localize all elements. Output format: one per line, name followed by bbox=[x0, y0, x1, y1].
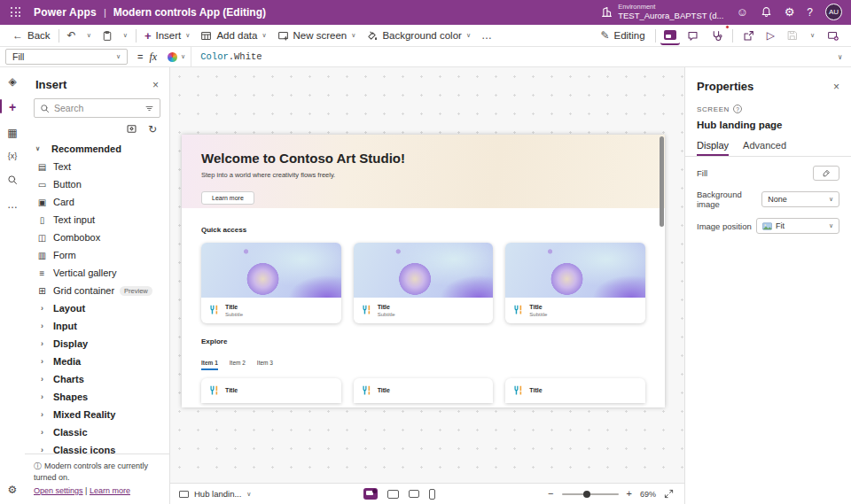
explore-card[interactable]: Title bbox=[505, 378, 645, 403]
canvas-workspace[interactable]: Welcome to Contoso Art Studio! Step into… bbox=[170, 67, 684, 483]
tab-item-3[interactable]: Item 3 bbox=[257, 360, 273, 370]
insert-item-button[interactable]: ▭Button bbox=[25, 175, 169, 193]
help-circle-icon[interactable]: ? bbox=[733, 105, 742, 113]
property-selector-dropdown[interactable]: Fill ∨ bbox=[5, 49, 128, 65]
insert-item-text[interactable]: ▤Text bbox=[25, 158, 169, 175]
rail-settings-gear-icon[interactable]: ⚙ bbox=[0, 485, 25, 495]
product-name[interactable]: Power Apps bbox=[34, 6, 97, 19]
add-data-button[interactable]: Add data ∨ bbox=[195, 26, 271, 45]
publish-button[interactable] bbox=[822, 26, 844, 45]
background-color-button[interactable]: Background color ∨ bbox=[361, 26, 476, 45]
screen-scrollbar[interactable] bbox=[660, 136, 664, 406]
paste-menu-button[interactable]: ∨ bbox=[118, 26, 133, 45]
tab-advanced[interactable]: Advanced bbox=[743, 140, 786, 156]
insert-item-grid-container[interactable]: ⊞Grid containerPreview bbox=[25, 282, 169, 299]
rail-tree-view-icon[interactable]: ◈ bbox=[0, 76, 25, 87]
insert-category-classic[interactable]: ›Classic bbox=[25, 423, 169, 441]
rail-more-icon[interactable]: … bbox=[0, 199, 25, 210]
color-swatch-dropdown[interactable]: ∨ bbox=[162, 52, 191, 62]
zoom-slider[interactable] bbox=[562, 493, 619, 495]
explore-card[interactable]: Title bbox=[201, 378, 341, 403]
toolbar-divider bbox=[136, 29, 137, 43]
device-phone-icon[interactable] bbox=[429, 489, 435, 500]
app-launcher-waffle-icon[interactable] bbox=[11, 7, 21, 18]
undo-button[interactable]: ↶ bbox=[62, 26, 82, 45]
device-monitor-icon[interactable] bbox=[387, 490, 399, 499]
undo-menu-button[interactable]: ∨ bbox=[82, 26, 97, 45]
app-checker-button[interactable] bbox=[706, 26, 728, 45]
insert-category-layout[interactable]: ›Layout bbox=[25, 299, 169, 317]
search-icon bbox=[40, 104, 50, 113]
learn-more-link[interactable]: Learn more bbox=[90, 486, 130, 495]
tab-display[interactable]: Display bbox=[697, 140, 729, 156]
preview-play-button[interactable]: ▷ bbox=[761, 26, 780, 45]
open-settings-link[interactable]: Open settings bbox=[34, 486, 83, 495]
editing-mode-button[interactable]: ✎ Editing bbox=[595, 26, 650, 45]
notifications-bell-icon[interactable] bbox=[761, 6, 772, 18]
image-position-dropdown[interactable]: Fit ∨ bbox=[756, 218, 839, 234]
screen-selector-dropdown[interactable]: Hub landin... ∨ bbox=[179, 489, 251, 499]
learn-more-button[interactable]: Learn more bbox=[201, 191, 254, 205]
insert-category-charts[interactable]: ›Charts bbox=[25, 370, 169, 388]
formula-expand-chevron[interactable]: ∨ bbox=[838, 53, 842, 61]
rail-variables-icon[interactable]: {x} bbox=[0, 152, 25, 160]
close-icon[interactable]: × bbox=[152, 79, 159, 91]
insert-item-combobox[interactable]: ◫Combobox bbox=[25, 229, 169, 246]
explore-card[interactable]: Title bbox=[354, 378, 494, 403]
zoom-in-button[interactable]: + bbox=[627, 489, 632, 499]
help-icon[interactable]: ? bbox=[807, 6, 813, 19]
tab-item-1[interactable]: Item 1 bbox=[201, 360, 218, 370]
zoom-out-button[interactable]: − bbox=[548, 489, 553, 499]
formula-input[interactable]: Color .White ∨ bbox=[191, 47, 851, 66]
insert-item-card[interactable]: ▣Card bbox=[25, 193, 169, 211]
insert-category-display[interactable]: ›Display bbox=[25, 335, 169, 353]
comments-button[interactable] bbox=[682, 26, 704, 45]
canvas-view-toggle[interactable] bbox=[660, 26, 680, 45]
background-image-dropdown[interactable]: None ∨ bbox=[761, 191, 839, 207]
app-screen[interactable]: Welcome to Contoso Art Studio! Step into… bbox=[182, 135, 665, 407]
environment-switcher[interactable]: Environment TEST_Aurora_BAPTST (d... bbox=[601, 4, 723, 21]
device-tablet-icon[interactable] bbox=[409, 490, 419, 498]
rail-search-icon[interactable] bbox=[0, 174, 25, 185]
insert-item-text-input[interactable]: ▯Text input bbox=[25, 211, 169, 229]
quick-access-card[interactable]: Title Subtitle bbox=[201, 243, 341, 323]
fit-to-window-icon[interactable] bbox=[664, 489, 674, 499]
new-screen-button[interactable]: New screen ∨ bbox=[272, 26, 362, 45]
zoom-percent[interactable]: 69% bbox=[640, 490, 656, 499]
refresh-icon[interactable]: ↻ bbox=[148, 123, 157, 135]
settings-gear-icon[interactable]: ⚙ bbox=[785, 6, 795, 18]
close-icon[interactable]: × bbox=[833, 81, 839, 93]
insert-category-classic-icons[interactable]: ›Classic icons bbox=[25, 441, 169, 454]
save-button[interactable] bbox=[782, 26, 803, 45]
paste-button[interactable] bbox=[97, 26, 118, 45]
search-input[interactable] bbox=[54, 103, 140, 113]
avatar[interactable]: AU bbox=[825, 4, 842, 20]
filter-icon[interactable] bbox=[144, 104, 154, 113]
recommended-section-header[interactable]: ∨ Recommended bbox=[25, 140, 169, 158]
scrollbar-thumb[interactable] bbox=[660, 136, 664, 227]
save-menu-button[interactable]: ∨ bbox=[805, 26, 820, 45]
fill-color-picker-button[interactable] bbox=[813, 166, 839, 181]
zoom-slider-handle[interactable] bbox=[583, 491, 590, 498]
insert-item-form[interactable]: ▥Form bbox=[25, 246, 169, 264]
component-library-icon[interactable] bbox=[126, 123, 137, 135]
feedback-smiley-icon[interactable]: ☺ bbox=[736, 6, 747, 18]
insert-button[interactable]: + Insert ∨ bbox=[139, 26, 195, 45]
hero-banner[interactable]: Welcome to Contoso Art Studio! Step into… bbox=[182, 135, 665, 208]
quick-access-card[interactable]: Title Subtitle bbox=[505, 243, 645, 323]
quick-access-card[interactable]: Title Subtitle bbox=[354, 243, 494, 323]
rail-insert-icon[interactable]: + bbox=[0, 101, 25, 113]
insert-item-vertical-gallery[interactable]: ≡Vertical gallery bbox=[25, 264, 169, 282]
explore-tabs: Item 1 Item 2 Item 3 bbox=[201, 360, 665, 370]
insert-category-input[interactable]: ›Input bbox=[25, 317, 169, 335]
insert-category-media[interactable]: ›Media bbox=[25, 353, 169, 370]
insert-category-shapes[interactable]: ›Shapes bbox=[25, 388, 169, 406]
share-button[interactable] bbox=[738, 26, 760, 45]
tab-item-2[interactable]: Item 2 bbox=[230, 360, 246, 370]
toolbar-overflow-button[interactable]: … bbox=[476, 26, 497, 45]
insert-category-mixed-reality[interactable]: ›Mixed Reality bbox=[25, 406, 169, 423]
form-control-icon: ▥ bbox=[36, 251, 48, 260]
back-button[interactable]: ← Back bbox=[7, 26, 56, 45]
device-desktop-selected-icon[interactable] bbox=[363, 488, 378, 500]
rail-data-icon[interactable]: ▦ bbox=[0, 128, 25, 138]
